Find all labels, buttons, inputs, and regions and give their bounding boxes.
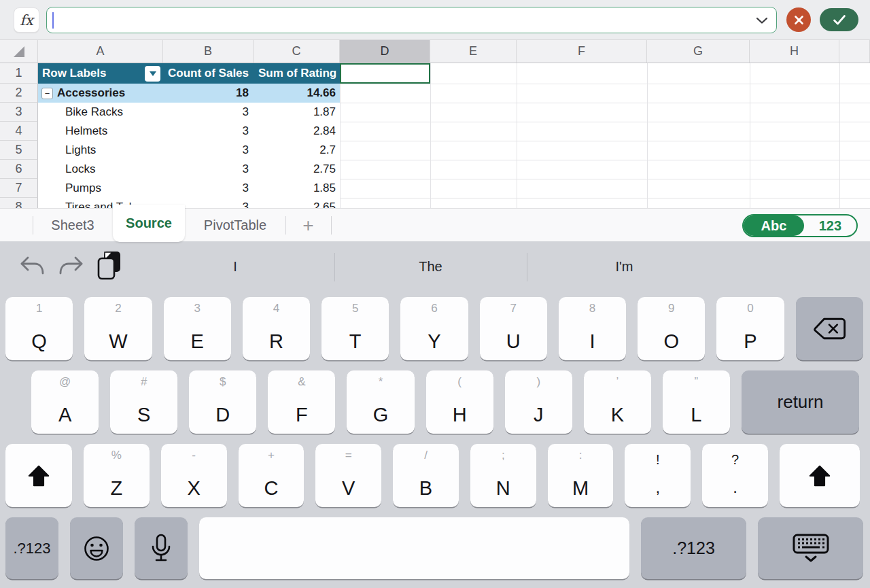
key-u[interactable]: 7U (480, 297, 547, 360)
cell-label[interactable]: Bike Racks (38, 105, 163, 119)
cell-count[interactable]: 18 (163, 86, 254, 100)
row-header-3[interactable]: 3 (0, 103, 38, 122)
key-b[interactable]: /B (393, 444, 459, 507)
key-i[interactable]: 8I (559, 297, 626, 360)
cell-rating[interactable]: 2.75 (254, 162, 340, 176)
key-h[interactable]: (H (426, 370, 493, 434)
cell-label[interactable]: Pumps (38, 181, 163, 195)
key-p[interactable]: 0P (716, 297, 784, 360)
cell-count[interactable]: 3 (163, 181, 254, 195)
cell-count[interactable]: 3 (163, 143, 254, 157)
dictation-key[interactable] (135, 517, 188, 579)
column-header-a[interactable]: A (38, 40, 163, 63)
key-m[interactable]: :M (548, 444, 614, 507)
cell-rating[interactable]: 14.66 (254, 86, 340, 100)
cell-rating[interactable]: 2.7 (254, 143, 340, 157)
column-header-e[interactable]: E (430, 40, 517, 63)
key-a[interactable]: @A (31, 370, 99, 434)
column-header-partial[interactable] (839, 40, 870, 63)
backspace-key[interactable] (796, 297, 863, 360)
chevron-down-icon[interactable] (756, 17, 768, 24)
pivot-header-row-labels[interactable]: Row Labels (38, 66, 163, 82)
key-f[interactable]: &F (268, 370, 335, 434)
pivot-row: Pumps 3 1.85 (38, 179, 340, 198)
suggestion-3[interactable]: I'm (527, 241, 722, 292)
cell-rating[interactable]: 2.65 (254, 201, 340, 208)
pivot-header-rating[interactable]: Sum of Rating (254, 67, 340, 80)
shift-key-left[interactable] (5, 444, 72, 507)
key-l[interactable]: ”L (663, 370, 730, 434)
key-y[interactable]: 6Y (400, 297, 468, 360)
column-header-h[interactable]: H (750, 40, 839, 63)
formula-input[interactable] (46, 7, 777, 33)
key-q[interactable]: 1Q (5, 297, 73, 360)
shift-key-right[interactable] (780, 444, 860, 507)
key-e[interactable]: 3E (164, 297, 231, 360)
column-header-f[interactable]: F (517, 40, 647, 63)
accept-button[interactable] (820, 8, 858, 31)
row-header-8[interactable]: 8 (0, 198, 38, 208)
cell-label[interactable]: Helmets (38, 124, 163, 138)
add-sheet-button[interactable]: + (285, 209, 331, 242)
column-header-c[interactable]: C (254, 40, 340, 63)
toggle-abc-selected[interactable]: Abc (744, 215, 804, 236)
column-header-g[interactable]: G (647, 40, 750, 63)
pivot-header-count[interactable]: Count of Sales (163, 67, 254, 80)
cell-rating[interactable]: 1.85 (254, 181, 340, 195)
key-w[interactable]: 2W (84, 297, 152, 360)
key-v[interactable]: =V (315, 444, 381, 507)
key-z[interactable]: %Z (84, 444, 150, 507)
key-j[interactable]: )J (505, 370, 572, 434)
suggestion-2[interactable]: The (334, 241, 527, 292)
row-header-6[interactable]: 6 (0, 160, 38, 179)
key-r[interactable]: 4R (243, 297, 310, 360)
cell-label[interactable]: Locks (38, 162, 163, 176)
key-n[interactable]: ;N (470, 444, 536, 507)
cancel-button[interactable] (786, 7, 811, 32)
key-s[interactable]: #S (110, 370, 177, 434)
sheet-tab-source-active[interactable]: Source (113, 205, 185, 242)
emoji-key[interactable] (70, 517, 123, 579)
sheet-tab-pivottable[interactable]: PivotTable (185, 209, 285, 242)
space-key[interactable] (199, 517, 629, 579)
cell-area[interactable]: Row Labels Count of Sales Sum of Rating … (38, 63, 870, 208)
key-comma-exclamation[interactable]: !, (625, 444, 691, 507)
row-header-4[interactable]: 4 (0, 122, 38, 141)
key-g[interactable]: *G (347, 370, 414, 434)
suggestion-1[interactable]: I (136, 241, 334, 292)
cell-label[interactable]: Accessories (57, 86, 125, 100)
key-period-question[interactable]: ?. (702, 444, 768, 507)
key-x[interactable]: -X (161, 444, 227, 507)
key-t[interactable]: 5T (321, 297, 389, 360)
cell-count[interactable]: 3 (163, 124, 254, 138)
filter-dropdown-button[interactable] (145, 66, 160, 82)
undo-button[interactable] (19, 253, 45, 280)
symbols-key-left[interactable]: .?123 (5, 517, 58, 579)
function-fx-icon[interactable]: fx (14, 7, 39, 33)
paste-button[interactable] (97, 249, 122, 281)
row-header-7[interactable]: 7 (0, 179, 38, 198)
row-header-2[interactable]: 2 (0, 84, 38, 103)
redo-button[interactable] (58, 253, 84, 280)
toggle-123[interactable]: 123 (804, 215, 856, 236)
selected-cell-d1[interactable] (340, 63, 430, 84)
collapse-minus-button[interactable]: − (41, 88, 53, 99)
dismiss-keyboard-key[interactable] (758, 517, 863, 579)
sheet-tab-sheet3[interactable]: Sheet3 (33, 209, 113, 242)
key-k[interactable]: ’K (584, 370, 651, 434)
column-header-d[interactable]: D (340, 40, 430, 63)
row-header-5[interactable]: 5 (0, 141, 38, 160)
return-key[interactable]: return (742, 370, 859, 434)
key-d[interactable]: $D (189, 370, 256, 434)
key-o[interactable]: 9O (638, 297, 705, 360)
symbols-key-right[interactable]: .?123 (641, 517, 746, 579)
select-all-corner[interactable] (0, 40, 38, 63)
cell-count[interactable]: 3 (163, 162, 254, 176)
column-header-b[interactable]: B (163, 40, 254, 63)
cell-rating[interactable]: 2.84 (254, 124, 340, 138)
cell-label[interactable]: Lights (38, 143, 163, 157)
row-header-1[interactable]: 1 (0, 63, 38, 84)
cell-count[interactable]: 3 (163, 105, 254, 119)
key-c[interactable]: +C (239, 444, 304, 507)
cell-rating[interactable]: 1.87 (254, 105, 340, 119)
